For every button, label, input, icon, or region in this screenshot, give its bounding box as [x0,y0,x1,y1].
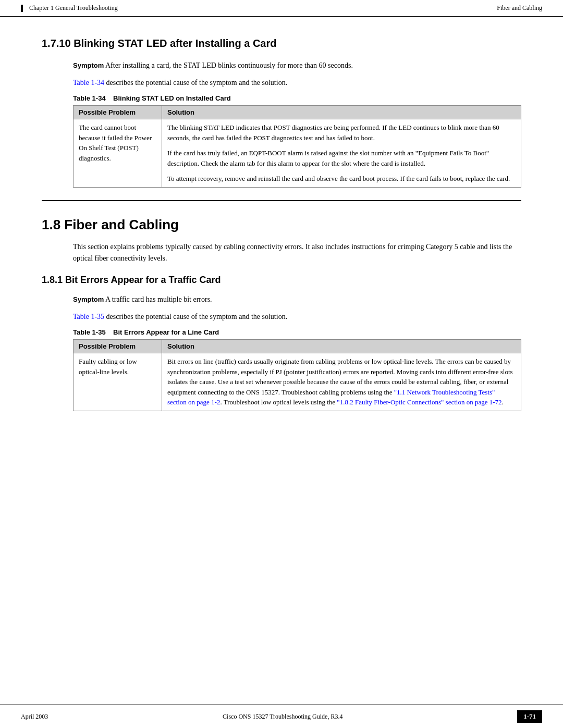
table-row: Faulty cabling or low optical-line level… [74,353,521,411]
table-1-34: Possible Problem Solution The card canno… [73,105,521,188]
section-divider-1-8 [42,200,521,201]
symptom-text-2: A traffic card has multiple bit errors. [105,295,212,303]
page: Chapter 1 General Troubleshooting Fiber … [0,0,563,728]
table-1-34-col-problem: Possible Problem [74,106,162,119]
solution-text-end: . [502,398,504,406]
table-1-35-problem-cell: Faulty cabling or low optical-line level… [74,353,162,411]
header-section-text: Fiber and Cabling [497,4,542,12]
table-1-35-link[interactable]: Table 1-35 [73,313,104,320]
header-bar: Chapter 1 General Troubleshooting Fiber … [0,0,563,17]
table-1-34-caption: Table 1-34 Blinking STAT LED on Installe… [73,94,521,102]
header-left: Chapter 1 General Troubleshooting [21,4,118,12]
table-1-35-col-problem: Possible Problem [74,340,162,353]
table-1-35-caption-number: Table 1-35 [73,328,106,336]
table-1-34-caption-title: Blinking STAT LED on Installed Card [113,94,231,102]
solution-para-3: To attempt recovery, remove and reinstal… [167,174,516,184]
table-1-34-col-solution: Solution [162,106,521,119]
symptom-text-1: After installing a card, the STAT LED bl… [105,61,353,69]
table-ref-1-35: Table 1-35 describes the potential cause… [73,311,521,322]
footer-date: April 2003 [21,713,48,721]
section-1-7-10-title: 1.7.10 Blinking STAT LED after Installin… [42,38,521,50]
table-1-35-caption-title: Bit Errors Appear for a Line Card [113,328,219,336]
section-1-8-1-title: 1.8.1 Bit Errors Appear for a Traffic Ca… [42,275,521,286]
table-1-34-problem-cell: The card cannot boot because it failed t… [74,119,162,188]
main-content: 1.7.10 Blinking STAT LED after Installin… [0,17,563,455]
header-bar-line [21,5,23,12]
solution-link-2[interactable]: "1.8.2 Faulty Fiber-Optic Connections" s… [337,398,501,406]
table-ref-1-34-text: describes the potential cause of the sym… [106,79,288,87]
header-chapter-text: Chapter 1 General Troubleshooting [29,4,118,12]
section-1-8-1-symptom: Symptom A traffic card has multiple bit … [73,294,521,305]
footer-guide-title: Cisco ONS 15327 Troubleshooting Guide, R… [223,713,342,721]
footer: April 2003 Cisco ONS 15327 Troubleshooti… [0,705,563,728]
table-row: The card cannot boot because it failed t… [74,119,521,188]
solution-para-2: If the card has truly failed, an EQPT-BO… [167,148,516,168]
symptom-label-2: Symptom [73,295,104,303]
table-1-35-caption: Table 1-35 Bit Errors Appear for a Line … [73,328,521,336]
table-1-34-caption-number: Table 1-34 [73,94,106,102]
symptom-label-1: Symptom [73,61,104,69]
table-1-35-col-solution: Solution [162,340,521,353]
section-1-8-body: This section explains problems typically… [73,241,521,265]
table-1-35-solution-cell: Bit errors on line (traffic) cards usual… [162,353,521,411]
solution-para-1: The blinking STAT LED indicates that POS… [167,122,516,143]
section-1-8-title: 1.8 Fiber and Cabling [42,217,521,233]
section-1-7-10-symptom: Symptom After installing a card, the STA… [73,60,521,71]
table-1-34-solution-cell: The blinking STAT LED indicates that POS… [162,119,521,188]
table-1-34-link[interactable]: Table 1-34 [73,79,104,87]
solution-text-mid: . Troubleshoot low optical levels using … [220,398,337,406]
table-1-35: Possible Problem Solution Faulty cabling… [73,339,521,411]
page-number: 1-71 [517,710,542,723]
table-ref-1-35-text: describes the potential cause of the sym… [106,313,288,320]
table-1-35-header-row: Possible Problem Solution [74,340,521,353]
table-1-34-header-row: Possible Problem Solution [74,106,521,119]
table-ref-1-34: Table 1-34 describes the potential cause… [73,77,521,88]
